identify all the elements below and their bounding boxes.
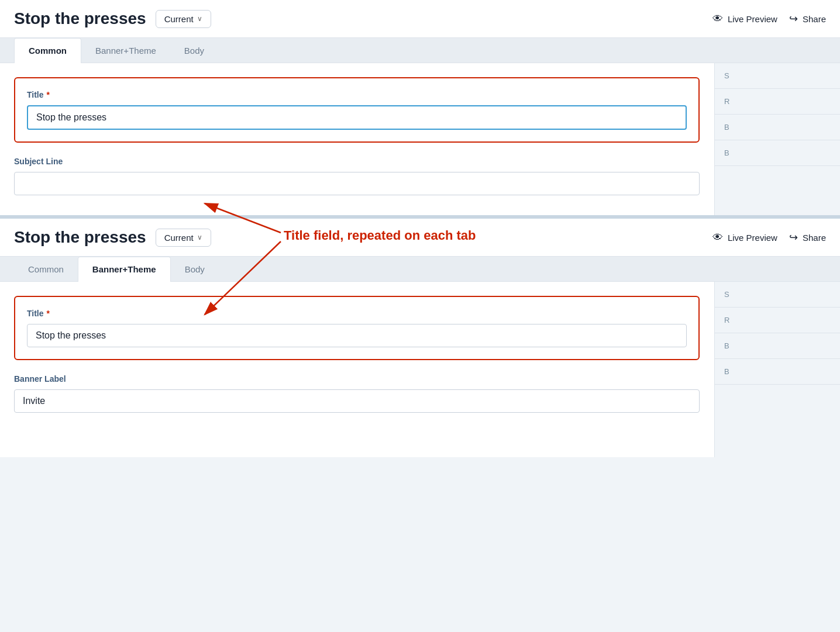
eye-icon-1: 👁 xyxy=(712,13,723,25)
title-input-1[interactable] xyxy=(27,105,687,130)
title-label-2: Title * xyxy=(27,309,687,318)
right-sidebar-1: S R B B xyxy=(714,63,840,215)
live-preview-label-1: Live Preview xyxy=(728,14,777,24)
tab-banner-theme-2[interactable]: Banner+Theme xyxy=(78,257,171,282)
title-section-1: Title * xyxy=(14,77,700,143)
sidebar-item-r: R xyxy=(715,89,840,115)
tabs-bar-1: Common Banner+Theme Body xyxy=(0,38,840,63)
sidebar-item-b2: B xyxy=(715,140,840,166)
share-icon-1: ↪ xyxy=(789,12,798,25)
tab-common-1[interactable]: Common xyxy=(14,38,81,63)
panel2-header: Stop the presses Current ∨ 👁 Live Previe… xyxy=(0,219,840,257)
chevron-icon-1: ∨ xyxy=(197,15,202,23)
tab-body-2[interactable]: Body xyxy=(171,257,219,281)
panel2-content: Title * Banner Label S R B B xyxy=(0,282,840,457)
share-button-2[interactable]: ↪ Share xyxy=(789,231,826,244)
tabs-bar-2: Common Banner+Theme Body xyxy=(0,257,840,282)
panel-2: Stop the presses Current ∨ 👁 Live Previe… xyxy=(0,219,840,457)
banner-label-label: Banner Label xyxy=(14,374,700,384)
title-required-1: * xyxy=(47,90,50,99)
sidebar2-item-s: S xyxy=(715,282,840,308)
version-dropdown-1[interactable]: Current ∨ xyxy=(156,10,211,28)
tab-body-1[interactable]: Body xyxy=(170,39,218,63)
banner-label-section: Banner Label xyxy=(14,374,700,413)
share-icon-2: ↪ xyxy=(789,231,798,244)
right-sidebar-2: S R B B xyxy=(714,282,840,457)
live-preview-button-1[interactable]: 👁 Live Preview xyxy=(712,13,777,25)
subject-line-section-1: Subject Line xyxy=(14,157,700,195)
version-label-1: Current xyxy=(164,14,194,24)
panel2-title: Stop the presses xyxy=(14,228,146,247)
title-label-1: Title * xyxy=(27,90,687,99)
sidebar2-item-b1: B xyxy=(715,333,840,359)
sidebar-item-b1: B xyxy=(715,115,840,140)
version-dropdown-2[interactable]: Current ∨ xyxy=(156,229,211,247)
version-label-2: Current xyxy=(164,233,194,243)
sidebar-item-s: S xyxy=(715,63,840,89)
sidebar2-item-b2: B xyxy=(715,359,840,385)
title-required-2: * xyxy=(47,309,50,318)
tab-common-2[interactable]: Common xyxy=(14,257,78,281)
tab-banner-theme-1[interactable]: Banner+Theme xyxy=(81,39,170,63)
banner-label-input[interactable] xyxy=(14,389,700,413)
panel1-content: Title * Subject Line S R B B xyxy=(0,63,840,215)
full-page: Stop the presses Current ∨ 👁 Live Previe… xyxy=(0,0,840,632)
panel-1: Stop the presses Current ∨ 👁 Live Previe… xyxy=(0,0,840,215)
subject-line-input-1[interactable] xyxy=(14,172,700,195)
share-button-1[interactable]: ↪ Share xyxy=(789,12,826,25)
header-actions-1: 👁 Live Preview ↪ Share xyxy=(712,12,826,25)
subject-line-label-1: Subject Line xyxy=(14,157,700,166)
title-section-2: Title * xyxy=(14,296,700,360)
live-preview-button-2[interactable]: 👁 Live Preview xyxy=(712,232,777,244)
header-actions-2: 👁 Live Preview ↪ Share xyxy=(712,231,826,244)
eye-icon-2: 👁 xyxy=(712,232,723,244)
chevron-icon-2: ∨ xyxy=(197,233,202,241)
live-preview-label-2: Live Preview xyxy=(728,233,777,243)
panel1-header: Stop the presses Current ∨ 👁 Live Previe… xyxy=(0,0,840,38)
share-label-2: Share xyxy=(803,233,826,243)
sidebar2-item-r: R xyxy=(715,308,840,333)
share-label-1: Share xyxy=(803,14,826,24)
panel1-title: Stop the presses xyxy=(14,9,146,28)
title-input-2[interactable] xyxy=(27,324,687,347)
